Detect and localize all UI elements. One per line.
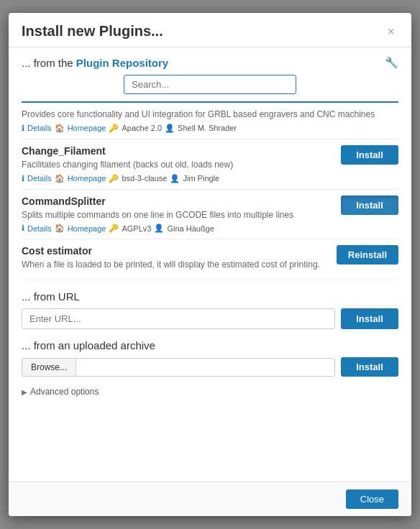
plugin-desc-change-filament: Facilitates changing filament (backs out… [22,159,334,171]
dialog-header: Install new Plugins... × [9,13,411,47]
archive-section-title: ... from an uploaded archive [22,339,398,351]
details-link-cf[interactable]: Details [27,174,52,183]
plugin-name-commandsplitter: CommandSplitter [22,196,334,207]
url-row: Install [22,308,398,329]
file-input-display: Browse... [22,358,335,377]
plugin-list: Provides core functionality and UI integ… [22,101,398,280]
install-button-commandsplitter[interactable]: Install [341,196,398,215]
plugin-item-change-filament: Change_Filament Facilitates changing fil… [22,139,398,190]
from-archive-section: ... from an uploaded archive Browse... I… [22,339,398,377]
plugin-info-cost-estimator: Cost estimator When a file is loaded to … [22,245,329,274]
plugin-name-cost-estimator: Cost estimator [22,245,329,257]
archive-row: Browse... Install [22,357,398,377]
homepage-link-cf[interactable]: Homepage [68,174,106,183]
info-icon-cf: ℹ [22,174,24,183]
author-cf: Jim Pingle [183,174,219,183]
author-icon-cs: 👤 [154,224,164,233]
author-icon-grbl: 👤 [165,124,175,133]
plugin-item-commandsplitter: CommandSplitter Splits multiple commands… [22,190,398,240]
author-icon-cf: 👤 [170,174,180,183]
url-input[interactable] [22,308,335,329]
plugin-desc-grbl: Provides core functionality and UI integ… [22,109,398,121]
install-button-change-filament[interactable]: Install [341,145,398,165]
dialog-body: ... from the Plugin Repository 🔧 Provide… [9,47,411,482]
info-icon-cs: ℹ [22,224,24,233]
license-grbl: Apache 2.0 [122,124,162,132]
reinstall-button-cost-estimator[interactable]: Reinstall [337,245,398,264]
license-icon-grbl: 🔑 [109,124,119,133]
plugin-desc-commandsplitter: Splits multiple commands on one line in … [22,209,334,221]
file-name-display [76,358,335,377]
homepage-link-cs[interactable]: Homepage [68,224,106,233]
details-link-grbl[interactable]: Details [27,124,52,132]
close-x-button[interactable]: × [383,24,398,40]
advanced-options-label: Advanced options [30,387,99,397]
plugin-info-change-filament: Change_Filament Facilitates changing fil… [22,145,334,183]
plugin-info-grbl: Provides core functionality and UI integ… [22,109,398,133]
license-icon-cf: 🔑 [109,174,119,183]
advanced-options-toggle[interactable]: ▶ Advanced options [22,387,398,397]
home-icon-cf: 🏠 [55,174,65,183]
plugin-info-commandsplitter: CommandSplitter Splits multiple commands… [22,196,334,234]
close-button[interactable]: Close [346,489,398,509]
home-icon-cs: 🏠 [55,224,65,233]
plugin-name-change-filament: Change_Filament [22,145,334,157]
plugin-desc-cost-estimator: When a file is loaded to be printed, it … [22,259,329,271]
browse-button[interactable]: Browse... [22,358,76,377]
license-icon-cs: 🔑 [109,224,119,233]
repo-title-prefix: ... from the [22,57,76,69]
chevron-right-icon: ▶ [22,388,27,396]
dialog-footer: Close [9,482,411,516]
repo-section-header: ... from the Plugin Repository 🔧 [22,56,398,69]
info-icon: ℹ [22,124,24,133]
install-plugins-dialog: Install new Plugins... × ... from the Pl… [9,13,411,516]
from-url-section: ... from URL Install [22,290,398,329]
plugin-item-grbl: Provides core functionality and UI integ… [22,103,398,139]
repo-title-highlight: Plugin Repository [76,57,168,69]
archive-install-button[interactable]: Install [341,357,398,377]
details-link-cs[interactable]: Details [27,224,52,233]
author-cs: Gina Häußge [167,224,214,233]
search-container [22,75,398,94]
plugin-item-cost-estimator: Cost estimator When a file is loaded to … [22,239,398,280]
author-grbl: Shell M. Shrader [178,124,237,132]
plugin-meta-commandsplitter: ℹ Details 🏠 Homepage 🔑 AGPLv3 👤 Gina Häu… [22,224,334,233]
license-cf: bsd-3-clause [122,174,167,183]
plugin-meta-grbl: ℹ Details 🏠 Homepage 🔑 Apache 2.0 👤 Shel… [22,124,398,133]
wrench-icon[interactable]: 🔧 [385,56,398,69]
url-section-title: ... from URL [22,290,398,303]
license-cs: AGPLv3 [122,224,151,233]
dialog-title: Install new Plugins... [22,23,163,40]
home-icon-grbl: 🏠 [55,124,65,133]
search-input[interactable] [124,75,296,94]
plugin-meta-change-filament: ℹ Details 🏠 Homepage 🔑 bsd-3-clause 👤 Ji… [22,174,334,183]
repo-section-title: ... from the Plugin Repository [22,57,168,69]
url-install-button[interactable]: Install [341,308,398,329]
homepage-link-grbl[interactable]: Homepage [68,124,106,132]
